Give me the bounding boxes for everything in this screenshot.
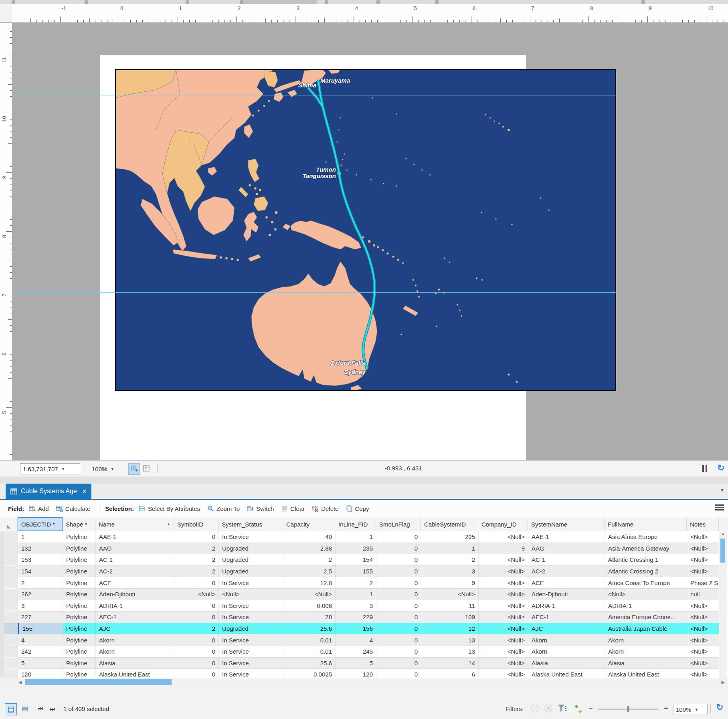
cell-notes[interactable]: <Null>	[687, 600, 719, 612]
cell-name[interactable]: Akorn	[96, 634, 174, 646]
cell-shape[interactable]: Polyline	[63, 612, 96, 623]
cell-company-id[interactable]: <Null>	[479, 646, 528, 658]
cell-systemname[interactable]: Alasia	[528, 658, 605, 669]
column-header-fullname[interactable]: FullName	[605, 517, 687, 531]
cell-objectid[interactable]: 2	[18, 577, 63, 589]
cell-system-status[interactable]: In Service	[219, 646, 283, 658]
refresh-icon[interactable]: ↻	[716, 703, 723, 711]
row-selector[interactable]	[4, 543, 18, 555]
column-header-smolnflag[interactable]: SmoLnFlag	[376, 517, 421, 531]
cell-fullname[interactable]: Asia-America Gateway	[605, 543, 687, 555]
column-header-notes[interactable]: Notes	[687, 517, 719, 531]
cell-company-id[interactable]: <Null>	[479, 669, 528, 678]
cell-system-status[interactable]: In Service	[219, 612, 283, 623]
select-by-attributes-button[interactable]: Select By Attributes	[139, 505, 200, 512]
cell-cablesystemid[interactable]: 12	[421, 623, 479, 635]
cell-fullname[interactable]: Australia-Japan Cable	[605, 623, 687, 635]
pane-divider[interactable]	[0, 476, 728, 484]
cell-inline-fid[interactable]: 2	[336, 577, 376, 589]
table-row[interactable]: 154PolylineAC-22Upgraded2.515503<Null>AC…	[0, 566, 728, 577]
cell-smolnflag[interactable]: 0	[376, 623, 421, 635]
cell-symbolid[interactable]: 0	[174, 658, 219, 669]
scroll-right-icon[interactable]: ▶	[722, 680, 725, 685]
cell-fullname[interactable]: Africa Coast To Europe	[605, 577, 687, 589]
cell-smolnflag[interactable]: 0	[376, 543, 421, 555]
cell-notes[interactable]: <Null>	[687, 531, 719, 543]
column-header-inline-fid[interactable]: InLine_FID	[335, 517, 376, 531]
cell-inline-fid[interactable]: 156	[336, 623, 376, 635]
cell-symbolid[interactable]: 0	[174, 646, 219, 658]
cell-fullname[interactable]: Alaska United East	[605, 669, 687, 678]
cell-fullname[interactable]: Akorn	[605, 646, 687, 658]
map-frame[interactable]: Shima Maruyama Tumon Tanguisson Oxford F…	[115, 69, 616, 391]
cell-company-id[interactable]: <Null>	[479, 623, 528, 635]
row-selector[interactable]	[4, 612, 18, 623]
cell-name[interactable]: AAE-1	[96, 531, 174, 543]
cell-symbolid[interactable]: 0	[174, 600, 219, 612]
cell-system-status[interactable]: <Null>	[219, 589, 283, 600]
cell-systemname[interactable]: AAE-1	[528, 531, 605, 543]
cell-name[interactable]: Akorn	[96, 646, 174, 658]
cell-fullname[interactable]: ADRIA-1	[605, 600, 687, 612]
table-zoom-slider[interactable]	[598, 709, 659, 710]
cell-systemname[interactable]: AAG	[528, 543, 605, 555]
cell-cablesystemid[interactable]: 13	[421, 634, 479, 646]
cell-cablesystemid[interactable]: 109	[421, 612, 479, 623]
delete-selected-button[interactable]: Delete	[312, 505, 338, 512]
cell-shape[interactable]: Polyline	[63, 543, 96, 555]
row-selector[interactable]	[4, 600, 18, 612]
cell-systemname[interactable]: AJC	[528, 623, 605, 635]
cell-symbolid[interactable]: 2	[174, 623, 219, 635]
cell-objectid[interactable]: 5	[18, 658, 63, 669]
cell-objectid[interactable]: 154	[18, 566, 63, 577]
cell-smolnflag[interactable]: 0	[376, 566, 421, 577]
cell-smolnflag[interactable]: 0	[376, 531, 421, 543]
last-record-icon[interactable]: ⏭	[50, 705, 55, 713]
zoom-to-button[interactable]: Zoom To	[207, 505, 240, 512]
cell-notes[interactable]: <Null>	[687, 543, 719, 555]
cell-cablesystemid[interactable]: 9	[421, 577, 479, 589]
cell-notes[interactable]: Phase 2 S	[687, 577, 719, 589]
switch-selection-button[interactable]: Switch	[247, 505, 274, 512]
cell-notes[interactable]: <Null>	[687, 612, 719, 623]
row-selector[interactable]	[4, 623, 18, 635]
table-row[interactable]: 262PolylineAden-Djibouti<Null><Null><Nul…	[0, 589, 728, 600]
cell-shape[interactable]: Polyline	[63, 634, 96, 646]
row-selector[interactable]	[4, 589, 18, 600]
table-row[interactable]: 3PolylineADRIA-10In Service0.0063011<Nul…	[0, 600, 728, 612]
cell-smolnflag[interactable]: 0	[376, 577, 421, 589]
cell-fullname[interactable]: Akorn	[605, 634, 687, 646]
cell-capacity[interactable]: 78	[283, 612, 336, 623]
column-header-systemname[interactable]: SystemName	[528, 517, 605, 531]
table-row[interactable]: 1PolylineAAE-10In Service4010295<Null>AA…	[0, 531, 728, 543]
sort-updown-icon[interactable]	[574, 704, 583, 714]
show-all-records-button[interactable]	[5, 703, 17, 715]
cell-capacity[interactable]: <Null>	[283, 589, 336, 600]
cell-name[interactable]: AAG	[96, 543, 174, 555]
cell-system-status[interactable]: Upgraded	[219, 543, 283, 555]
cell-fullname[interactable]: America Europe Conne...	[605, 612, 687, 623]
cell-system-status[interactable]: Upgraded	[219, 623, 283, 635]
zoom-in-plus[interactable]: +	[664, 705, 668, 713]
cell-notes[interactable]: <Null>	[687, 623, 719, 635]
cell-systemname[interactable]: ADRIA-1	[528, 600, 605, 612]
cell-company-id[interactable]: <Null>	[479, 531, 528, 543]
show-selected-records-button[interactable]	[19, 703, 30, 715]
snap-to-guides-button[interactable]	[128, 463, 140, 475]
cell-systemname[interactable]: ACE	[528, 577, 605, 589]
vertical-scrollbar[interactable]: ▲	[719, 531, 727, 678]
cell-symbolid[interactable]: 0	[174, 612, 219, 623]
table-row[interactable]: 242PolylineAkorn0In Service0.01245013<Nu…	[0, 646, 728, 658]
cell-objectid[interactable]: 4	[18, 634, 63, 646]
cell-shape[interactable]: Polyline	[63, 589, 96, 600]
cell-cablesystemid[interactable]: 2	[421, 554, 479, 566]
cell-inline-fid[interactable]: 4	[336, 634, 376, 646]
map[interactable]: Shima Maruyama Tumon Tanguisson Oxford F…	[116, 70, 615, 390]
cell-capacity[interactable]: 25.6	[283, 623, 336, 635]
column-header-objectid[interactable]: OBJECTID *	[18, 517, 63, 531]
cell-inline-fid[interactable]: 3	[336, 600, 376, 612]
cell-smolnflag[interactable]: 0	[376, 589, 421, 600]
cell-notes[interactable]: <Null>	[687, 646, 719, 658]
cell-inline-fid[interactable]: 1	[336, 589, 376, 600]
add-field-button[interactable]: Add	[29, 505, 49, 512]
